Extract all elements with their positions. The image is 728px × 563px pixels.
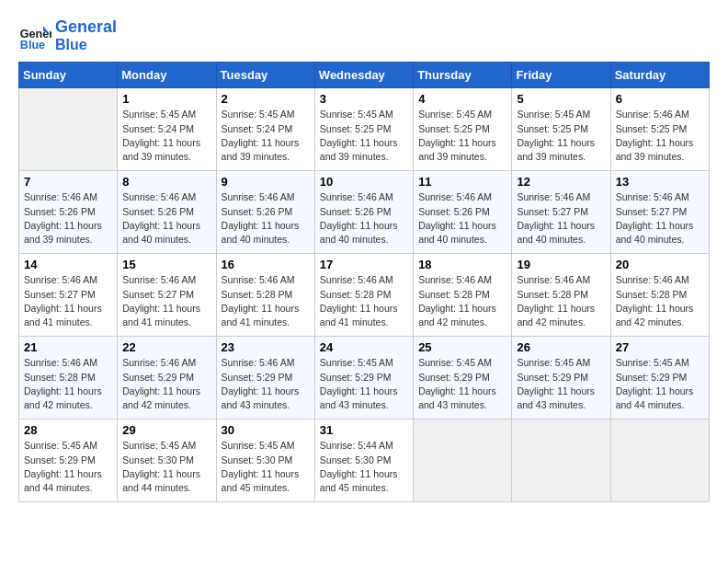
day-info: Sunrise: 5:46 AMSunset: 5:26 PMDaylight:… — [222, 190, 310, 247]
calendar-cell: 10Sunrise: 5:46 AMSunset: 5:26 PMDayligh… — [314, 171, 413, 254]
day-info: Sunrise: 5:45 AMSunset: 5:24 PMDaylight:… — [122, 108, 210, 164]
calendar-cell: 6Sunrise: 5:46 AMSunset: 5:25 PMDaylight… — [610, 88, 709, 171]
day-number: 20 — [616, 258, 704, 271]
logo: General Blue General Blue — [18, 18, 117, 52]
calendar-cell: 21Sunrise: 5:46 AMSunset: 5:28 PMDayligh… — [19, 337, 118, 419]
calendar-cell: 23Sunrise: 5:46 AMSunset: 5:29 PMDayligh… — [216, 337, 314, 419]
day-number: 24 — [320, 340, 408, 354]
calendar-cell — [610, 419, 709, 502]
weekday-header: Monday — [118, 63, 216, 88]
day-number: 13 — [616, 175, 704, 189]
day-number: 9 — [222, 175, 310, 189]
calendar-cell: 26Sunrise: 5:45 AMSunset: 5:29 PMDayligh… — [512, 337, 610, 419]
calendar-cell: 30Sunrise: 5:45 AMSunset: 5:30 PMDayligh… — [216, 419, 314, 502]
weekday-header: Tuesday — [216, 63, 314, 88]
calendar-cell: 18Sunrise: 5:46 AMSunset: 5:28 PMDayligh… — [414, 254, 512, 337]
calendar-cell: 4Sunrise: 5:45 AMSunset: 5:25 PMDaylight… — [414, 88, 512, 171]
day-number: 10 — [320, 175, 408, 189]
day-info: Sunrise: 5:46 AMSunset: 5:28 PMDaylight:… — [616, 273, 704, 329]
page-header: General Blue General Blue — [18, 18, 710, 52]
weekday-header: Thursday — [414, 63, 512, 88]
day-number: 27 — [616, 340, 704, 354]
day-info: Sunrise: 5:46 AMSunset: 5:26 PMDaylight:… — [418, 190, 506, 247]
svg-text:Blue: Blue — [20, 39, 45, 52]
day-info: Sunrise: 5:45 AMSunset: 5:25 PMDaylight:… — [517, 108, 605, 164]
day-info: Sunrise: 5:45 AMSunset: 5:29 PMDaylight:… — [418, 356, 506, 412]
day-number: 29 — [122, 423, 210, 437]
calendar-cell: 29Sunrise: 5:45 AMSunset: 5:30 PMDayligh… — [118, 419, 216, 502]
day-number: 26 — [517, 340, 605, 354]
calendar-table: SundayMondayTuesdayWednesdayThursdayFrid… — [18, 62, 710, 502]
day-info: Sunrise: 5:45 AMSunset: 5:29 PMDaylight:… — [320, 356, 408, 412]
logo-icon: General Blue — [18, 19, 51, 52]
calendar-cell — [512, 419, 610, 502]
day-info: Sunrise: 5:45 AMSunset: 5:29 PMDaylight:… — [616, 356, 704, 412]
day-info: Sunrise: 5:46 AMSunset: 5:28 PMDaylight:… — [517, 273, 605, 329]
day-number: 3 — [320, 92, 408, 106]
day-info: Sunrise: 5:46 AMSunset: 5:27 PMDaylight:… — [24, 273, 112, 329]
day-info: Sunrise: 5:46 AMSunset: 5:28 PMDaylight:… — [222, 273, 310, 329]
calendar-week-row: 7Sunrise: 5:46 AMSunset: 5:26 PMDaylight… — [19, 171, 710, 254]
day-number: 21 — [24, 340, 112, 354]
day-info: Sunrise: 5:45 AMSunset: 5:29 PMDaylight:… — [517, 356, 605, 412]
weekday-header: Sunday — [19, 63, 118, 88]
day-info: Sunrise: 5:45 AMSunset: 5:30 PMDaylight:… — [122, 439, 210, 495]
day-info: Sunrise: 5:46 AMSunset: 5:26 PMDaylight:… — [122, 190, 210, 247]
weekday-header: Saturday — [610, 63, 709, 88]
day-number: 16 — [222, 258, 310, 271]
day-info: Sunrise: 5:45 AMSunset: 5:24 PMDaylight:… — [222, 108, 310, 164]
calendar-cell: 7Sunrise: 5:46 AMSunset: 5:26 PMDaylight… — [19, 171, 118, 254]
calendar-cell — [19, 88, 118, 171]
calendar-cell: 19Sunrise: 5:46 AMSunset: 5:28 PMDayligh… — [512, 254, 610, 337]
day-info: Sunrise: 5:44 AMSunset: 5:30 PMDaylight:… — [320, 439, 408, 495]
day-info: Sunrise: 5:46 AMSunset: 5:26 PMDaylight:… — [24, 190, 112, 247]
day-number: 4 — [418, 92, 506, 106]
calendar-cell: 15Sunrise: 5:46 AMSunset: 5:27 PMDayligh… — [118, 254, 216, 337]
day-number: 15 — [122, 258, 210, 271]
calendar-cell: 17Sunrise: 5:46 AMSunset: 5:28 PMDayligh… — [314, 254, 413, 337]
calendar-cell: 25Sunrise: 5:45 AMSunset: 5:29 PMDayligh… — [414, 337, 512, 419]
day-info: Sunrise: 5:46 AMSunset: 5:28 PMDaylight:… — [418, 273, 506, 329]
calendar-cell: 24Sunrise: 5:45 AMSunset: 5:29 PMDayligh… — [314, 337, 413, 419]
weekday-header: Wednesday — [314, 63, 413, 88]
day-number: 1 — [122, 92, 210, 106]
calendar-cell — [414, 419, 512, 502]
calendar-cell: 14Sunrise: 5:46 AMSunset: 5:27 PMDayligh… — [19, 254, 118, 337]
calendar-cell: 9Sunrise: 5:46 AMSunset: 5:26 PMDaylight… — [216, 171, 314, 254]
calendar-cell: 27Sunrise: 5:45 AMSunset: 5:29 PMDayligh… — [610, 337, 709, 419]
calendar-cell: 20Sunrise: 5:46 AMSunset: 5:28 PMDayligh… — [610, 254, 709, 337]
day-info: Sunrise: 5:45 AMSunset: 5:25 PMDaylight:… — [320, 108, 408, 164]
day-info: Sunrise: 5:45 AMSunset: 5:29 PMDaylight:… — [24, 439, 112, 495]
calendar-cell: 12Sunrise: 5:46 AMSunset: 5:27 PMDayligh… — [512, 171, 610, 254]
day-number: 12 — [517, 175, 605, 189]
day-info: Sunrise: 5:46 AMSunset: 5:27 PMDaylight:… — [616, 190, 704, 247]
day-number: 11 — [418, 175, 506, 189]
day-info: Sunrise: 5:46 AMSunset: 5:28 PMDaylight:… — [320, 273, 408, 329]
calendar-cell: 3Sunrise: 5:45 AMSunset: 5:25 PMDaylight… — [314, 88, 413, 171]
day-number: 17 — [320, 258, 408, 271]
day-info: Sunrise: 5:46 AMSunset: 5:29 PMDaylight:… — [122, 356, 210, 412]
calendar-header: SundayMondayTuesdayWednesdayThursdayFrid… — [19, 63, 710, 88]
day-info: Sunrise: 5:46 AMSunset: 5:29 PMDaylight:… — [222, 356, 310, 412]
day-number: 2 — [222, 92, 310, 106]
day-number: 14 — [24, 258, 112, 271]
weekday-header: Friday — [512, 63, 610, 88]
day-number: 19 — [517, 258, 605, 271]
calendar-cell: 28Sunrise: 5:45 AMSunset: 5:29 PMDayligh… — [19, 419, 118, 502]
day-number: 28 — [24, 423, 112, 437]
day-number: 18 — [418, 258, 506, 271]
day-info: Sunrise: 5:45 AMSunset: 5:25 PMDaylight:… — [418, 108, 506, 164]
calendar-cell: 8Sunrise: 5:46 AMSunset: 5:26 PMDaylight… — [118, 171, 216, 254]
day-info: Sunrise: 5:46 AMSunset: 5:27 PMDaylight:… — [122, 273, 210, 329]
day-number: 23 — [222, 340, 310, 354]
day-number: 6 — [616, 92, 704, 106]
day-number: 8 — [122, 175, 210, 189]
day-info: Sunrise: 5:45 AMSunset: 5:30 PMDaylight:… — [222, 439, 310, 495]
day-number: 5 — [517, 92, 605, 106]
day-number: 31 — [320, 423, 408, 437]
calendar-cell: 13Sunrise: 5:46 AMSunset: 5:27 PMDayligh… — [610, 171, 709, 254]
calendar-cell: 16Sunrise: 5:46 AMSunset: 5:28 PMDayligh… — [216, 254, 314, 337]
day-number: 30 — [222, 423, 310, 437]
calendar-week-row: 1Sunrise: 5:45 AMSunset: 5:24 PMDaylight… — [19, 88, 710, 171]
logo-line2: Blue — [55, 37, 117, 53]
